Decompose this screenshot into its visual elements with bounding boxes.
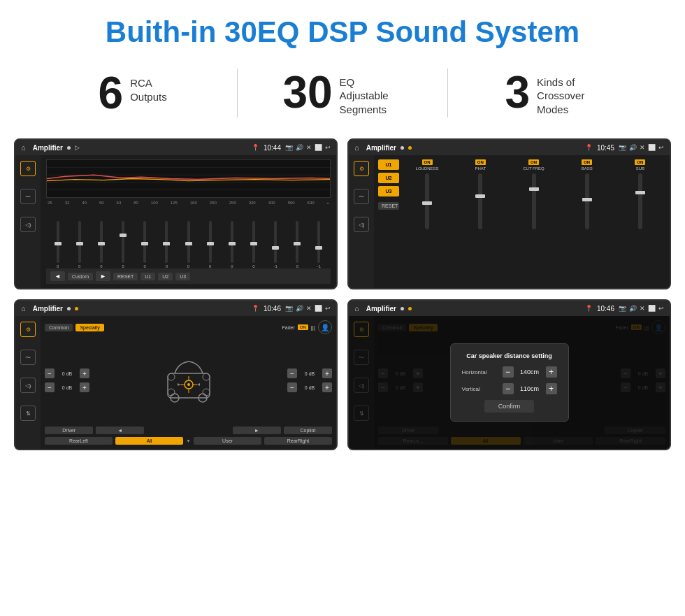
ctrl-row-4: − 0 dB + <box>287 382 332 392</box>
user-icon-3[interactable]: 👤 <box>318 320 332 334</box>
camera-icon: 📷 <box>285 144 293 151</box>
window-icon-3: ⬜ <box>315 305 322 312</box>
sidebar-wave-icon-2[interactable]: 〜 <box>354 189 369 204</box>
screen2-content: ⚙ 〜 ◁) U1 U2 U3 RESET ON LOUDNESS <box>349 155 670 288</box>
phat-slider[interactable] <box>478 173 482 229</box>
ctrl-minus-2[interactable]: − <box>45 382 55 392</box>
rearleft-btn-3[interactable]: RearLeft <box>45 437 113 445</box>
amp2-phat-col: ON PHAT <box>455 159 505 284</box>
ctrl-plus-3[interactable]: + <box>322 368 332 378</box>
eq-reset-btn[interactable]: RESET <box>113 273 138 280</box>
driver-btn-3[interactable]: Driver <box>45 427 93 434</box>
page-title: Buith-in 30EQ DSP Sound System <box>0 0 685 62</box>
back-icon-2: ↩ <box>658 144 664 151</box>
eq-sliders: 0 0 0 5 0 <box>46 209 331 268</box>
arrow-right-btn-3[interactable]: ► <box>233 427 281 434</box>
sidebar-speaker-icon-2[interactable]: ◁) <box>354 217 369 232</box>
arrow-left-btn-3[interactable]: ◄ <box>96 427 144 434</box>
horizontal-minus-btn[interactable]: − <box>503 366 514 378</box>
horizontal-plus-btn[interactable]: + <box>546 366 557 378</box>
vertical-ctrl: − 110cm + <box>503 383 557 394</box>
home-icon-3[interactable]: ⌂ <box>21 304 26 313</box>
screen3-controls: − 0 dB + − 0 dB + <box>45 337 332 424</box>
vertical-minus-btn[interactable]: − <box>503 383 514 394</box>
location-icon-4: 📍 <box>585 305 593 312</box>
vertical-plus-btn[interactable]: + <box>546 383 557 394</box>
eq-u2-btn[interactable]: U2 <box>158 273 173 280</box>
close-icon: ✕ <box>306 144 312 151</box>
screen-4-dialog: ⌂ Amplifier 📍 10:46 📷 🔊 ✕ ⬜ ↩ ⚙ 〜 ◁) ⇅ <box>347 299 671 450</box>
eq-graph <box>46 159 331 198</box>
loudness-label: LOUDNESS <box>416 166 439 171</box>
eq-custom-label: Custom <box>68 273 93 280</box>
eq-slider-4: 5 <box>113 221 133 268</box>
eq-slider-7: 0 <box>178 221 199 268</box>
stat-crossover-label: Kinds of Crossover Modes <box>537 70 600 117</box>
all-btn-3[interactable]: All <box>115 437 183 445</box>
stat-rca: 6 RCA Outputs <box>42 71 223 115</box>
ctrl-plus-4[interactable]: + <box>322 382 332 392</box>
home-icon-4[interactable]: ⌂ <box>354 304 359 313</box>
close-icon-3: ✕ <box>306 305 312 312</box>
sidebar-wave-icon[interactable]: 〜 <box>20 189 36 204</box>
ctrl-minus-1[interactable]: − <box>45 368 55 378</box>
preset-u2[interactable]: U2 <box>378 173 399 183</box>
screen-1-eq: ⌂ Amplifier ▷ 📍 10:44 📷 🔊 ✕ ⬜ ↩ ⚙ 〜 ◁) <box>14 138 338 289</box>
dot-icon-1 <box>67 146 71 150</box>
eq-u1-btn[interactable]: U1 <box>140 273 155 280</box>
eq-prev-btn[interactable]: ◄ <box>50 271 65 281</box>
preset-u1[interactable]: U1 <box>378 159 399 170</box>
volume-icon-4: 🔊 <box>629 305 637 312</box>
sidebar-arrows-icon-3[interactable]: ⇅ <box>20 406 36 421</box>
stat-divider-1 <box>237 69 238 117</box>
rearright-btn-3[interactable]: RearRight <box>264 437 332 445</box>
sidebar-eq-icon-3[interactable]: ⚙ <box>20 322 36 337</box>
horizontal-ctrl: − 140cm + <box>503 366 557 378</box>
ctrl-val-4: 0 dB <box>300 385 319 390</box>
preset-u3[interactable]: U3 <box>378 186 399 196</box>
tab-specialty-3[interactable]: Specialty <box>75 324 103 331</box>
sub-slider[interactable] <box>638 173 642 229</box>
confirm-button[interactable]: Confirm <box>484 400 535 413</box>
ctrl-plus-1[interactable]: + <box>80 368 89 378</box>
sidebar-speaker-icon[interactable]: ◁) <box>20 217 36 232</box>
bass-slider[interactable] <box>585 173 589 229</box>
amp2-reset-btn[interactable]: RESET <box>378 202 399 210</box>
arrow-down-3[interactable]: ▼ <box>186 438 191 443</box>
eq-u3-btn[interactable]: U3 <box>175 273 190 280</box>
eq-next-btn[interactable]: ► <box>96 271 110 281</box>
tab-common-3[interactable]: Common <box>45 324 73 331</box>
screen1-status-icons: 📷 🔊 ✕ ⬜ ↩ <box>285 144 331 151</box>
sidebar-eq-icon-2[interactable]: ⚙ <box>354 161 369 176</box>
copilot-btn-3[interactable]: Copilot <box>284 427 332 434</box>
sidebar-eq-icon[interactable]: ⚙ <box>20 161 36 176</box>
screen3-tabs: Common Specialty Fader ON ||| 👤 <box>45 320 332 334</box>
ctrl-plus-2[interactable]: + <box>80 382 89 392</box>
home-icon[interactable]: ⌂ <box>21 143 26 152</box>
screen3-content: ⚙ 〜 ◁) ⇅ Common Specialty Fader ON ||| 👤 <box>15 316 336 449</box>
sidebar-wave-icon-3[interactable]: 〜 <box>20 350 36 365</box>
window-icon: ⬜ <box>315 144 322 151</box>
loudness-slider[interactable] <box>425 173 429 229</box>
window-icon-2: ⬜ <box>648 144 656 151</box>
eq-slider-9: 0 <box>222 221 242 268</box>
cutfreq-slider[interactable] <box>532 173 536 229</box>
amp2-loudness-col: ON LOUDNESS <box>402 159 452 284</box>
home-icon-2[interactable]: ⌂ <box>354 143 359 152</box>
screen1-time: 10:44 <box>264 144 281 152</box>
sub-on-badge: ON <box>635 159 645 165</box>
play-icon: ▷ <box>75 144 80 151</box>
screen1-eq-main: 2532405063 80100125160200 25032040050063… <box>41 155 336 288</box>
eq-slider-6: 0 <box>157 221 177 268</box>
screen3-title: Amplifier <box>33 305 63 313</box>
screenshots-grid: ⌂ Amplifier ▷ 📍 10:44 📷 🔊 ✕ ⬜ ↩ ⚙ 〜 ◁) <box>0 131 685 464</box>
sidebar-speaker-icon-3[interactable]: ◁) <box>20 378 36 393</box>
cutfreq-on-badge: ON <box>528 159 539 165</box>
screen2-sidebar: ⚙ 〜 ◁) <box>349 155 374 288</box>
user-btn-3[interactable]: User <box>194 437 261 445</box>
amp2-presets: U1 U2 U3 RESET <box>378 159 399 284</box>
ctrl-minus-3[interactable]: − <box>287 368 297 378</box>
screen1-title: Amplifier <box>33 144 63 152</box>
screen4-title: Amplifier <box>366 305 396 313</box>
ctrl-minus-4[interactable]: − <box>287 382 297 392</box>
